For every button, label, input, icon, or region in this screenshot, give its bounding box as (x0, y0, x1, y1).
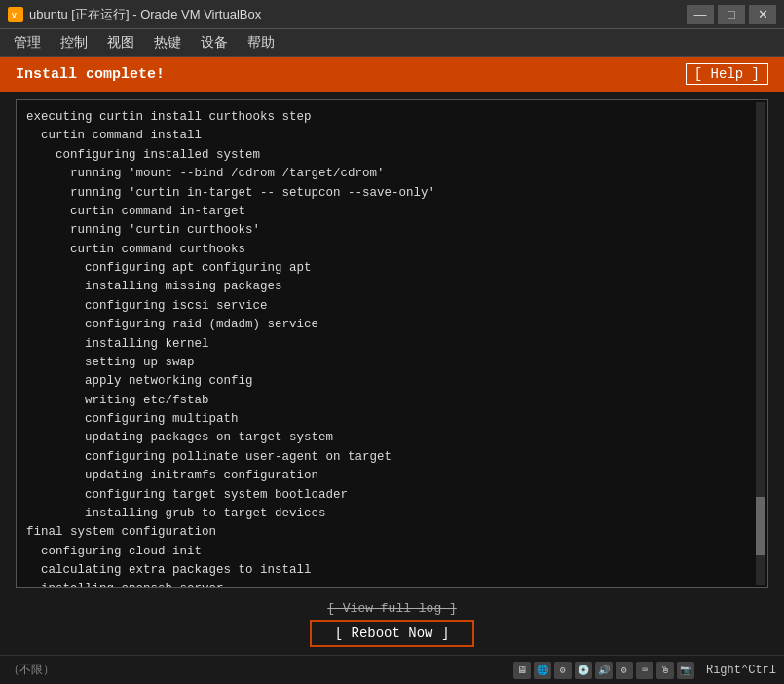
monitor-icon: 🖥 (513, 662, 531, 679)
close-button[interactable]: ✕ (749, 5, 776, 24)
app-icon: V (8, 7, 23, 22)
menu-help[interactable]: 帮助 (238, 32, 284, 54)
window-title: ubuntu [正在运行] - Oracle VM VirtualBox (29, 6, 687, 23)
log-text: executing curtin install curthooks step … (26, 108, 758, 588)
audio-icon: 🔊 (595, 662, 613, 679)
mouse-icon: 🖱 (656, 662, 674, 679)
install-title: Install complete! (16, 66, 165, 83)
menu-control[interactable]: 控制 (51, 32, 97, 54)
scrollbar-thumb[interactable] (756, 497, 765, 555)
menu-bar: 管理 控制 视图 热键 设备 帮助 (0, 29, 784, 57)
menu-view[interactable]: 视图 (97, 32, 144, 54)
status-left-text: （不限） (8, 662, 55, 678)
scrollbar[interactable] (756, 102, 765, 585)
status-right: 🖥 🌐 ⚙ 💿 🔊 ⚙ ⌨ 🖱 📷 Right⌃Ctrl (513, 662, 776, 679)
log-box[interactable]: executing curtin install curthooks step … (16, 99, 768, 588)
menu-manage[interactable]: 管理 (4, 32, 51, 54)
install-header: Install complete! [ Help ] (0, 57, 784, 92)
view-log-button[interactable]: [ View full log ] (327, 601, 457, 616)
reboot-now-button[interactable]: [ Reboot Now ] (310, 620, 475, 647)
capture-icon: 📷 (677, 662, 694, 679)
minimize-button[interactable]: — (687, 5, 714, 24)
status-icons: 🖥 🌐 ⚙ 💿 🔊 ⚙ ⌨ 🖱 📷 (513, 662, 694, 679)
svg-text:V: V (12, 11, 17, 19)
maximize-button[interactable]: □ (718, 5, 745, 24)
status-bar: （不限） 🖥 🌐 ⚙ 💿 🔊 ⚙ ⌨ 🖱 📷 Right⌃Ctrl (0, 655, 784, 684)
menu-devices[interactable]: 设备 (191, 32, 238, 54)
vm-content: Install complete! [ Help ] executing cur… (0, 57, 784, 655)
log-container: executing curtin install curthooks step … (0, 92, 784, 595)
help-button[interactable]: [ Help ] (686, 63, 768, 85)
right-ctrl-label: Right⌃Ctrl (706, 663, 776, 677)
settings-icon: ⚙ (616, 662, 633, 679)
usb-icon: ⚙ (554, 662, 572, 679)
menu-hotkey[interactable]: 热键 (144, 32, 191, 54)
keyboard-icon: ⌨ (636, 662, 653, 679)
window-controls: — □ ✕ (687, 5, 776, 24)
bottom-area: [ View full log ] [ Reboot Now ] (0, 595, 784, 655)
network-icon: 🌐 (534, 662, 551, 679)
cd-icon: 💿 (575, 662, 592, 679)
title-bar: V ubuntu [正在运行] - Oracle VM VirtualBox —… (0, 0, 784, 29)
